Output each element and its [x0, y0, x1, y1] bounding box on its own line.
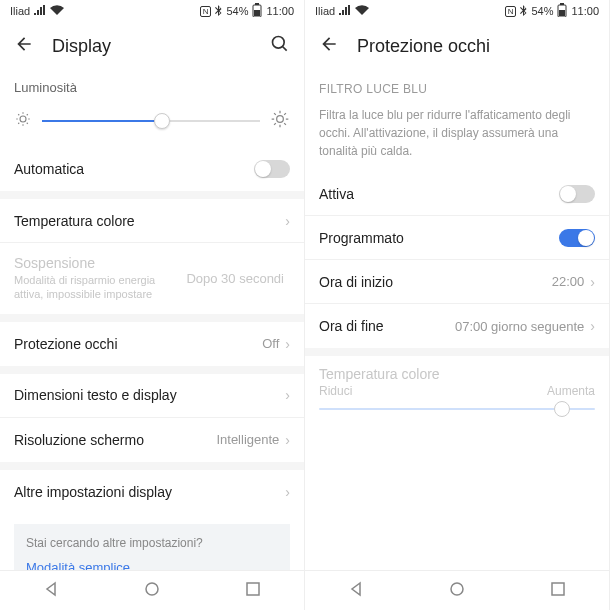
chevron-right-icon: ›	[590, 274, 595, 290]
time-label: 11:00	[266, 5, 294, 17]
auto-brightness-label: Automatica	[14, 161, 254, 177]
start-time-value: 22:00	[552, 274, 585, 289]
phone-eye-protection: Iliad N 54% 11:00 Protezione occhi FILTR…	[305, 0, 610, 610]
nav-bar	[305, 570, 609, 610]
end-time-value: 07:00 giorno seguente	[455, 319, 584, 334]
reduce-label: Riduci	[319, 384, 352, 398]
sleep-row: Sospensione Modalità di risparmio energi…	[0, 243, 304, 314]
nav-home-icon[interactable]	[144, 581, 160, 601]
simple-mode-link[interactable]: Modalità semplice	[26, 560, 278, 570]
carrier-label: Iliad	[315, 5, 335, 17]
section-description: Filtra la luce blu per ridurre l'affatic…	[305, 100, 609, 172]
page-title: Display	[52, 36, 252, 57]
svg-point-6	[146, 583, 158, 595]
text-size-label: Dimensioni testo e display	[14, 387, 285, 403]
svg-point-3	[273, 37, 285, 49]
nav-back-icon[interactable]	[43, 581, 59, 601]
chevron-right-icon: ›	[285, 432, 290, 448]
signal-icon	[34, 5, 46, 17]
temp-label: Temperatura colore	[305, 356, 609, 382]
increase-label: Aumenta	[547, 384, 595, 398]
header: Protezione occhi	[305, 22, 609, 70]
chevron-right-icon: ›	[590, 318, 595, 334]
start-time-label: Ora di inizio	[319, 274, 552, 290]
section-header: FILTRO LUCE BLU	[305, 70, 609, 100]
brightness-slider-row	[0, 101, 304, 147]
chevron-right-icon: ›	[285, 336, 290, 352]
svg-rect-10	[559, 10, 565, 16]
brightness-thumb[interactable]	[154, 113, 170, 129]
resolution-row[interactable]: Risoluzione schermo Intelligente ›	[0, 418, 304, 462]
eye-protection-row[interactable]: Protezione occhi Off ›	[0, 322, 304, 366]
wifi-icon	[355, 5, 369, 17]
info-box: Stai cercando altre impostazioni? Modali…	[14, 524, 290, 570]
svg-rect-2	[254, 10, 260, 16]
nav-back-icon[interactable]	[348, 581, 364, 601]
svg-rect-9	[560, 3, 564, 5]
battery-percent: 54%	[226, 5, 248, 17]
enable-toggle[interactable]	[559, 185, 595, 203]
svg-point-11	[451, 583, 463, 595]
svg-rect-7	[247, 583, 259, 595]
time-label: 11:00	[571, 5, 599, 17]
resolution-value: Intelligente	[216, 432, 279, 447]
auto-brightness-row[interactable]: Automatica	[0, 147, 304, 191]
battery-percent: 54%	[531, 5, 553, 17]
svg-rect-1	[255, 3, 259, 5]
scheduled-toggle[interactable]	[559, 229, 595, 247]
info-question: Stai cercando altre impostazioni?	[26, 536, 278, 550]
search-icon[interactable]	[270, 34, 290, 58]
auto-brightness-toggle[interactable]	[254, 160, 290, 178]
chevron-right-icon: ›	[285, 213, 290, 229]
signal-icon	[339, 5, 351, 17]
chevron-right-icon: ›	[285, 387, 290, 403]
nfc-icon: N	[505, 6, 517, 17]
brightness-high-icon	[270, 109, 290, 133]
text-size-row[interactable]: Dimensioni testo e display ›	[0, 374, 304, 418]
sleep-value: Dopo 30 secondi	[186, 271, 284, 286]
bt-icon	[215, 5, 222, 18]
eye-protection-value: Off	[262, 336, 279, 351]
nfc-icon: N	[200, 6, 212, 17]
temp-slider[interactable]	[319, 408, 595, 410]
resolution-label: Risoluzione schermo	[14, 432, 216, 448]
color-temp-row[interactable]: Temperatura colore ›	[0, 199, 304, 243]
temp-thumb[interactable]	[554, 401, 570, 417]
header: Display	[0, 22, 304, 70]
carrier-label: Iliad	[10, 5, 30, 17]
sleep-sub: Modalità di risparmio energia attiva, im…	[14, 273, 186, 302]
chevron-right-icon: ›	[285, 484, 290, 500]
wifi-icon	[50, 5, 64, 17]
battery-icon	[557, 3, 567, 19]
brightness-slider[interactable]	[42, 120, 260, 122]
nav-recent-icon[interactable]	[550, 581, 566, 601]
page-title: Protezione occhi	[357, 36, 595, 57]
nav-recent-icon[interactable]	[245, 581, 261, 601]
brightness-low-icon	[14, 110, 32, 132]
back-icon[interactable]	[14, 34, 34, 58]
nav-home-icon[interactable]	[449, 581, 465, 601]
svg-rect-12	[552, 583, 564, 595]
bt-icon	[520, 5, 527, 18]
svg-point-4	[20, 116, 26, 122]
status-bar: Iliad N 54% 11:00	[305, 0, 609, 22]
enable-label: Attiva	[319, 186, 559, 202]
start-time-row[interactable]: Ora di inizio 22:00 ›	[305, 260, 609, 304]
eye-protection-label: Protezione occhi	[14, 336, 262, 352]
back-icon[interactable]	[319, 34, 339, 58]
more-display-label: Altre impostazioni display	[14, 484, 285, 500]
more-display-row[interactable]: Altre impostazioni display ›	[0, 470, 304, 514]
end-time-row[interactable]: Ora di fine 07:00 giorno seguente ›	[305, 304, 609, 348]
brightness-label: Luminosità	[0, 70, 304, 101]
color-temp-label: Temperatura colore	[14, 213, 285, 229]
status-bar: Iliad N 54% 11:00	[0, 0, 304, 22]
end-time-label: Ora di fine	[319, 318, 455, 334]
scheduled-row[interactable]: Programmato	[305, 216, 609, 260]
nav-bar	[0, 570, 304, 610]
sleep-label: Sospensione	[14, 255, 186, 271]
svg-point-5	[277, 116, 284, 123]
enable-row[interactable]: Attiva	[305, 172, 609, 216]
scheduled-label: Programmato	[319, 230, 559, 246]
battery-icon	[252, 3, 262, 19]
phone-display-settings: Iliad N 54% 11:00 Display Luminosità Au	[0, 0, 305, 610]
